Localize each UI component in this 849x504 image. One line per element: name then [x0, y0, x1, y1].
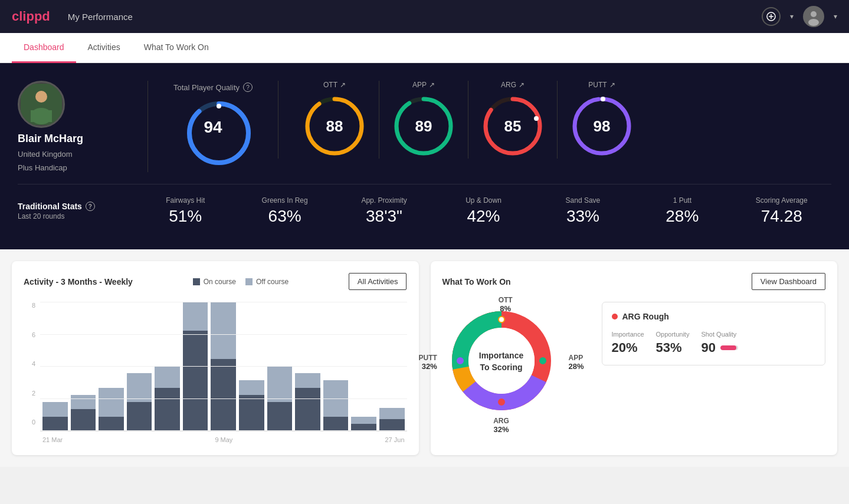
bar-off-6: [211, 302, 236, 359]
total-quality-info[interactable]: ?: [243, 83, 253, 92]
chart-legend: On course Off course: [193, 278, 289, 286]
add-button[interactable]: [762, 7, 781, 26]
bar-group-5: [183, 302, 208, 431]
tab-what-to-work-on[interactable]: What To Work On: [132, 33, 221, 63]
bar-on-9: [295, 388, 320, 431]
bar-group-11: [351, 302, 376, 431]
bar-group-1: [71, 302, 96, 431]
arg-circle: 85: [480, 94, 545, 159]
x-label-jun: 27 Jun: [385, 436, 404, 443]
stat-greens-value: 63%: [268, 207, 301, 226]
detail-title-dot: [612, 314, 618, 319]
stats-label: Traditional Stats ?: [18, 202, 136, 211]
stat-updown-value: 42%: [467, 207, 500, 226]
total-quality: Total Player Quality ? 94: [160, 83, 266, 157]
avatar-button[interactable]: [803, 6, 824, 27]
activity-title: Activity - 3 Months - Weekly: [24, 277, 133, 286]
legend-on-course: On course: [193, 278, 236, 286]
bar-off-0: [42, 402, 68, 416]
score-putt: PUTT ↗ 98: [558, 81, 646, 159]
donut-label-arg: ARG 32%: [493, 417, 509, 434]
bar-on-2: [99, 417, 124, 431]
stat-1putt-label: 1 Putt: [673, 196, 691, 205]
stats-info[interactable]: ?: [86, 202, 95, 211]
app-arrow: ↗: [429, 81, 435, 89]
wtwo-content: OTT 8% APP 28% ARG 32% PUTT 32%: [442, 302, 826, 422]
detail-metrics: Importance 20% Opportunity 53% Shot Qual…: [612, 331, 816, 355]
add-chevron: ▾: [790, 12, 794, 21]
detail-importance: Importance 20%: [612, 331, 644, 355]
putt-value: 98: [594, 117, 611, 136]
stat-scoring-value: 74.28: [761, 207, 802, 226]
tab-dashboard[interactable]: Dashboard: [12, 33, 76, 63]
scores-section: Total Player Quality ? 94 OTT ↗: [160, 81, 831, 159]
chart-inner: 21 Mar 9 May 27 Jun: [40, 302, 407, 443]
stat-scoring-label: Scoring Average: [756, 196, 808, 205]
y-label-0: 0: [32, 419, 35, 426]
wtwo-title: What To Work On: [442, 277, 511, 286]
bar-group-3: [127, 302, 152, 431]
dashboard-panel: Blair McHarg United Kingdom Plus Handica…: [0, 63, 849, 249]
detail-card-title: ARG Rough: [612, 312, 816, 321]
chart-bars-area: [40, 302, 407, 431]
stat-fairways-value: 51%: [169, 207, 202, 226]
player-info: Blair McHarg United Kingdom Plus Handica…: [18, 81, 136, 172]
avatar-chevron: ▾: [834, 12, 837, 21]
y-label-2: 2: [32, 390, 35, 397]
svg-point-4: [811, 11, 817, 17]
detail-card: ARG Rough Importance 20% Opportunity 53%…: [602, 302, 826, 365]
stat-fairways-label: Fairways Hit: [166, 196, 205, 205]
svg-point-31: [457, 358, 463, 364]
all-activities-button[interactable]: All Activities: [349, 273, 407, 290]
header-title: My Performance: [68, 12, 762, 22]
view-dashboard-button[interactable]: View Dashboard: [752, 273, 825, 290]
score-arg: ARG ↗ 85: [468, 81, 558, 159]
stat-proximity: App. Proximity 38'3": [335, 196, 434, 226]
stats-label-col: Traditional Stats ? Last 20 rounds: [18, 202, 136, 220]
detail-importance-value: 20%: [612, 340, 644, 355]
svg-point-12: [217, 104, 221, 108]
stat-greens-label: Greens In Reg: [262, 196, 308, 205]
stat-1putt: 1 Putt 28%: [632, 196, 732, 226]
legend-off-course: Off course: [245, 278, 289, 286]
avatar: [18, 81, 65, 128]
bar-on-12: [379, 419, 405, 431]
tab-activities[interactable]: Activities: [76, 33, 132, 63]
bar-on-5: [183, 331, 208, 431]
stat-updown: Up & Down 42%: [434, 196, 533, 226]
svg-point-19: [534, 116, 539, 121]
bar-off-3: [127, 373, 152, 402]
shot-quality-bar-fill: [720, 345, 736, 350]
bar-off-5: [183, 302, 208, 331]
header: clippd My Performance ▾ ▾: [0, 0, 849, 33]
svg-point-30: [499, 399, 504, 405]
legend-off-dot: [245, 278, 253, 285]
player-country: United Kingdom: [18, 150, 73, 159]
bar-off-11: [351, 417, 376, 424]
stat-sandsave: Sand Save 33%: [533, 196, 632, 226]
bar-group-4: [155, 302, 180, 431]
x-label-may: 9 May: [215, 436, 232, 443]
svg-point-27: [468, 328, 535, 394]
bar-off-10: [323, 380, 349, 416]
donut-wrapper: OTT 8% APP 28% ARG 32% PUTT 32%: [442, 302, 560, 422]
total-quality-circle: 94: [183, 98, 242, 157]
stats-row: Traditional Stats ? Last 20 rounds Fairw…: [18, 184, 831, 232]
bar-on-7: [239, 395, 264, 431]
x-label-mar: 21 Mar: [42, 436, 63, 443]
logo: clippd: [12, 9, 50, 24]
putt-label: PUTT ↗: [588, 81, 615, 89]
stat-sandsave-label: Sand Save: [566, 196, 601, 205]
shot-quality-bar-bg: [720, 345, 738, 350]
bar-on-3: [127, 402, 152, 431]
svg-point-7: [35, 91, 47, 103]
bar-group-0: [42, 302, 68, 431]
tab-bar: Dashboard Activities What To Work On: [0, 33, 849, 63]
svg-point-22: [601, 97, 605, 101]
bottom-section: Activity - 3 Months - Weekly On course O…: [0, 249, 849, 467]
detail-shot-quality: Shot Quality 90: [701, 331, 737, 355]
header-actions: ▾ ▾: [762, 6, 837, 27]
chart-x-labels: 21 Mar 9 May 27 Jun: [40, 436, 407, 443]
bar-off-8: [267, 366, 293, 402]
bar-on-1: [71, 409, 96, 431]
